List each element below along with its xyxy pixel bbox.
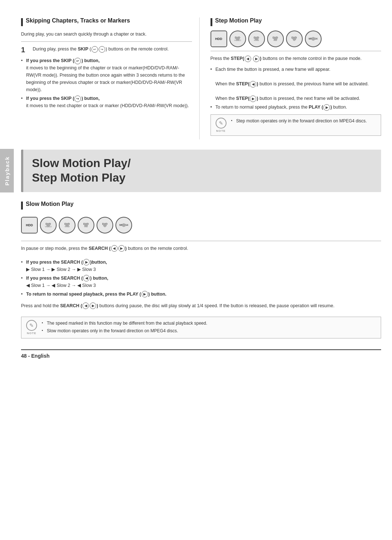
search-back-btn: ◀: [111, 245, 118, 252]
search-hold-back: ◀: [82, 303, 89, 309]
slow-note-item-2: Slow motion operates only in the forward…: [42, 328, 377, 334]
footer-row: 48 - English: [21, 349, 381, 359]
slow-title-text: Slow Motion Play: [26, 201, 74, 207]
dvd-r-icon-slow: DVD R: [97, 217, 113, 234]
step-motion-bullet-1: Each time the button is pressed, a new f…: [211, 66, 381, 102]
step-motion-intro: Press the STEP(◀ ▶) buttons on the remot…: [211, 55, 381, 62]
step-fwd-icon: ▶: [250, 96, 256, 102]
divider-1: [21, 41, 192, 42]
slow-hold-para: Press and hold the SEARCH (◀▶) buttons d…: [21, 302, 381, 309]
side-tab: Playback: [0, 11, 14, 540]
step-motion-note: ✎ NOTE Step motion operates only in the …: [211, 114, 381, 136]
left-intro-para: During play, you can search quickly thro…: [21, 31, 192, 38]
disc-icons-row-top: HDD DVD VIDEO DVD RAM DVD: [211, 31, 381, 47]
skip-back-inline-icon: ↪: [74, 96, 81, 102]
skip-back-bullet: If you press the SKIP (↪) button, it mov…: [21, 95, 192, 109]
skip-back-btn-icon: ↩: [91, 46, 98, 53]
slow-bullet-1: If you press the SEARCH (▶)button, ▶ Slo…: [21, 259, 381, 273]
slow-note-icon-area: ✎ NOTE: [25, 320, 38, 335]
search-fwd-inline: ▶: [83, 259, 90, 265]
right-title-text: Step Motion Play: [215, 17, 262, 24]
skip-bullet-list: If you press the SKIP (↩) button, it mov…: [21, 57, 192, 109]
right-section-title: Step Motion Play: [211, 17, 381, 26]
title-bar: [21, 18, 23, 26]
left-section-title: Skipping Chapters, Tracks or Markers: [21, 17, 192, 26]
note-content: Step motion operates only in the forward…: [231, 118, 377, 125]
step-number: 1: [21, 45, 29, 54]
note-icon-area: ✎ NOTE: [215, 118, 228, 133]
slow-note-list: The speed marked in this function may be…: [42, 320, 377, 334]
right-title-bar: [211, 18, 212, 26]
left-title-text: Skipping Chapters, Tracks or Markers: [26, 17, 130, 24]
hdd-disc-icon: HDD: [211, 31, 227, 47]
dvd-r-icon: DVD R: [286, 31, 303, 47]
divider-right-top: [211, 51, 381, 51]
top-two-col: Skipping Chapters, Tracks or Markers Dur…: [21, 17, 381, 139]
slow-motion-note: ✎ NOTE The speed marked in this function…: [21, 317, 381, 338]
slow-note-label: NOTE: [27, 332, 36, 335]
disc-icons-row-slow: HDD DVD VIDEO DVD RAM DVD RW: [21, 217, 381, 234]
slow-title-bar: [21, 202, 23, 210]
banner-line-1: Slow Motion Play/: [32, 156, 372, 170]
divider-slow: [21, 241, 381, 241]
dvd-video-icon-slow: DVD VIDEO: [40, 217, 57, 234]
slow-motion-section: Slow Motion Play HDD DVD VIDEO DVD RAM: [21, 201, 381, 342]
step-back-btn: ◀: [245, 56, 251, 62]
step-back-icon: ◀: [250, 81, 256, 88]
footer-page-text: 48 - English: [21, 353, 50, 359]
slow-bullet-2: If you press the SEARCH (◀) button, ◀ Sl…: [21, 275, 381, 289]
slow-seq-2: ◀ Slow 1 → ◀ Slow 2 → ◀ Slow 3: [26, 283, 96, 288]
search-hold-fwd: ▶: [90, 303, 96, 309]
step-fwd-btn: ▶: [253, 56, 260, 62]
mpeg4-icon: MPEG4: [305, 31, 322, 47]
dvd-rw-icon-slow: DVD RW: [78, 217, 94, 234]
mpeg4-icon-slow: MPEG4: [115, 217, 132, 234]
slow-seq-1: ▶ Slow 1 → ▶ Slow 2 → ▶ Slow 3: [26, 267, 96, 272]
step-1-row: 1 During play, press the SKIP (↩↪) butto…: [21, 45, 192, 54]
skip-forward-bullet: If you press the SKIP (↩) button, it mov…: [21, 57, 192, 93]
banner-line-2: Step Motion Play: [32, 171, 372, 184]
skip-fwd-inline-icon: ↩: [74, 58, 81, 64]
left-column: Skipping Chapters, Tracks or Markers Dur…: [21, 17, 200, 139]
slow-note-item-1: The speed marked in this function may be…: [42, 320, 377, 327]
note-label: NOTE: [216, 129, 225, 133]
page: Playback Skipping Chapters, Tracks or Ma…: [0, 0, 392, 540]
slow-note-icon: ✎: [26, 320, 37, 331]
search-back-inline: ◀: [83, 275, 90, 281]
right-column: Step Motion Play HDD DVD VIDEO DVD: [211, 17, 381, 139]
hdd-disc-icon-slow: HDD: [21, 217, 38, 234]
side-tab-label: Playback: [0, 149, 14, 192]
big-banner: Slow Motion Play/ Step Motion Play: [21, 150, 381, 192]
skip-fwd-btn-icon: ↪: [99, 46, 105, 53]
search-fwd-btn: ▶: [118, 245, 125, 252]
slow-note-content: The speed marked in this function may be…: [42, 320, 377, 335]
step-motion-bullets: Each time the button is pressed, a new f…: [211, 66, 381, 111]
play-icon: ▶: [323, 104, 330, 111]
note-icon: ✎: [216, 118, 226, 129]
play-btn-slow: ▶: [142, 291, 148, 297]
step-motion-bullet-2: To return to normal speed playback, pres…: [211, 103, 381, 111]
slow-bullet-3: To return to normal speed playback, pres…: [21, 291, 381, 298]
dvd-ram-icon: DVD RAM: [248, 31, 265, 47]
note-item-1: Step motion operates only in the forward…: [231, 118, 377, 125]
slow-motion-title: Slow Motion Play: [21, 201, 381, 210]
note-list: Step motion operates only in the forward…: [231, 118, 377, 125]
dvd-ram-icon-slow: DVD RAM: [59, 217, 75, 234]
dvd-video-icon: DVD VIDEO: [229, 31, 246, 47]
content-area: Skipping Chapters, Tracks or Markers Dur…: [14, 11, 392, 540]
step-1-content: During play, press the SKIP (↩↪) buttons…: [33, 45, 169, 54]
slow-intro: In pause or step mode, press the SEARCH …: [21, 245, 381, 252]
slow-motion-bullets: If you press the SEARCH (▶)button, ▶ Slo…: [21, 259, 381, 299]
dvd-rw-icon: DVD RW: [267, 31, 284, 47]
